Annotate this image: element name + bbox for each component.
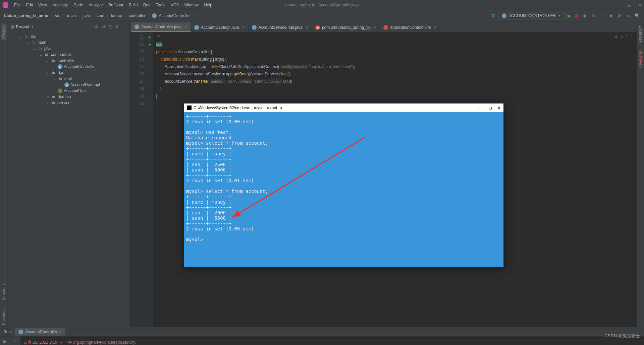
project-tree[interactable]: ⌄🗀src⌄🗀main⌄🗀java⌄🖿com.taotao⌄🖿controlle…	[7, 32, 129, 327]
run-toolbar-secondary: ↑ ↓ ⇩ 🖶 🗑	[10, 337, 20, 345]
project-panel: ▣ Project ▼ ⊕ ⇉ ⇶ ⚙ — ⌄🗀src⌄🗀main⌄🗀java⌄…	[7, 21, 130, 327]
chevron-down-icon: ▼	[558, 14, 561, 17]
rerun-icon[interactable]: ▶	[3, 339, 7, 344]
editor-tab[interactable]: AccountDaoImpl.java×	[191, 23, 248, 32]
run-toolbar-primary: ▶ ■ ↻ 📷 ▤ ≡ ↗	[0, 337, 10, 345]
crumb[interactable]: src	[55, 13, 60, 18]
menu-code[interactable]: Code	[71, 3, 86, 7]
editor-tab[interactable]: mpom.xml (taotao_spring_tx)×	[312, 23, 380, 32]
crumb[interactable]: AccountController	[159, 13, 191, 18]
app-icon	[3, 2, 8, 8]
run-tab-label: AccountController	[25, 330, 57, 334]
editor-tab[interactable]: AccountController.java×	[131, 22, 191, 32]
maximize-icon[interactable]: ◻	[628, 3, 631, 7]
run-config-label: ACCOUNTCONTROLLER	[508, 13, 556, 18]
expand-icon[interactable]: ⇉	[102, 24, 105, 29]
minimize-icon[interactable]: —	[479, 106, 483, 110]
crumb-project[interactable]: taotao_spring_tx_anno	[4, 13, 48, 18]
sidebar-tab-database[interactable]: Database	[638, 23, 643, 45]
editor-tabs: AccountController.java×AccountDaoImpl.ja…	[130, 21, 637, 32]
sidebar-tab-structure[interactable]: Structure	[1, 282, 6, 302]
menu-refactor[interactable]: Refactor	[106, 3, 126, 7]
gutter-icons: ▶▶	[147, 32, 153, 327]
crumb[interactable]: com	[97, 13, 104, 18]
editor-inspections[interactable]: ⚠ 1 ˄ ˅	[614, 34, 633, 39]
breadcrumb: taotao_spring_tx_anno› src› main› java› …	[4, 13, 196, 18]
editor-tab[interactable]: AccountServiceImpl.java×	[249, 23, 312, 32]
settings-icon[interactable]: ⚙	[115, 24, 119, 29]
select-opened-icon[interactable]: ⊕	[95, 24, 98, 29]
tree-item[interactable]: ⌄🗀java	[7, 46, 129, 52]
ide-icon[interactable]: ▭	[625, 13, 631, 18]
project-icon: ▣	[11, 24, 14, 29]
cmd-title-text: C:\Windows\System32\cmd.exe - mysql -u r…	[194, 106, 282, 110]
watermark: CSDN @鬼鬼骑士	[604, 333, 640, 339]
sidebar-tab-project[interactable]: Project	[1, 23, 6, 40]
chevron-down-icon[interactable]: ˅	[631, 34, 633, 39]
project-panel-header: ▣ Project ▼ ⊕ ⇉ ⇶ ⚙ —	[7, 21, 129, 32]
close-icon[interactable]: ✕	[497, 106, 501, 110]
profiler-icon[interactable]: ⊙	[590, 13, 596, 18]
debug-icon[interactable]: 🐞	[574, 13, 579, 18]
collapse-icon[interactable]: ⇶	[108, 24, 112, 29]
minimize-icon[interactable]: —	[617, 3, 621, 7]
cmd-window[interactable]: C:\Windows\System32\cmd.exe - mysql -u r…	[184, 103, 504, 267]
menu-build[interactable]: Build	[126, 3, 141, 7]
tree-item[interactable]: ⌄🖿controller	[7, 58, 129, 64]
line-gutter: 11121314151617181920	[130, 32, 147, 327]
crumb[interactable]: java	[83, 13, 90, 18]
warning-count: 1	[621, 34, 623, 39]
maximize-icon[interactable]: ◻	[489, 106, 492, 110]
right-sidebar: Database m Maven	[637, 21, 644, 327]
menu-help[interactable]: Help	[201, 3, 215, 7]
tree-item[interactable]: >🖿domain	[7, 94, 129, 100]
chevron-up-icon[interactable]: ˄	[626, 34, 628, 39]
menu-window[interactable]: Window	[181, 3, 201, 7]
tree-item[interactable]: ⌄🖿service	[7, 100, 129, 106]
project-panel-title: Project	[16, 24, 30, 29]
search-icon[interactable]: 🔍	[634, 13, 640, 18]
build-icon[interactable]: ⚒	[491, 12, 495, 19]
close-icon[interactable]: ×	[59, 330, 62, 334]
hide-icon[interactable]: —	[122, 24, 126, 29]
menu-analyze[interactable]: Analyze	[86, 3, 106, 7]
editor-tab[interactable]: applicationContext.xml×	[380, 23, 440, 32]
tree-item[interactable]: CAccountDaoImpl	[7, 82, 129, 88]
menu-view[interactable]: View	[36, 3, 50, 7]
class-icon	[502, 13, 506, 18]
tree-item[interactable]: ⌄🖿com.taotao	[7, 52, 129, 58]
up-icon[interactable]: ↑	[14, 339, 16, 343]
sidebar-tab-maven[interactable]: m Maven	[638, 49, 643, 70]
menu-tools[interactable]: Tools	[153, 3, 168, 7]
menu-edit[interactable]: Edit	[23, 3, 36, 7]
tree-item[interactable]: ⌄🗀src	[7, 33, 129, 40]
cmd-titlebar[interactable]: C:\Windows\System32\cmd.exe - mysql -u r…	[184, 104, 503, 112]
tree-item[interactable]: ⌄🖿impl	[7, 76, 129, 82]
window-title: taotao_spring_tx - AccountController.jav…	[285, 3, 359, 7]
close-icon[interactable]: ✕	[638, 3, 641, 7]
tree-item[interactable]: ⌄🗀main	[7, 40, 129, 46]
menu-file[interactable]: FFileile	[11, 3, 23, 7]
tree-item[interactable]: CAccountController	[7, 64, 129, 70]
coverage-icon[interactable]: ◉	[582, 13, 588, 18]
sidebar-tab-favorites[interactable]: Favorites	[1, 306, 6, 327]
menu-vcs[interactable]: VCS	[168, 3, 182, 7]
crumb[interactable]: main	[67, 13, 76, 18]
class-icon	[152, 13, 157, 18]
tree-item[interactable]: IAccountDao	[7, 88, 129, 94]
vcs-icon[interactable]: ⟳	[616, 13, 623, 18]
run-config-dropdown[interactable]: ACCOUNTCONTROLLER ▼	[498, 12, 565, 19]
console-output[interactable]: 四月 26, 2022 9:18:47 下午 org.springframewo…	[20, 337, 644, 345]
crumb[interactable]: controller	[129, 13, 145, 18]
toolbar: taotao_spring_tx_anno› src› main› java› …	[0, 10, 644, 21]
cmd-output[interactable]: +------+-------+ 2 rows in set (0.00 sec…	[184, 112, 503, 267]
stop-icon[interactable]: ■	[608, 13, 614, 18]
run-tab[interactable]: AccountController ×	[15, 328, 65, 336]
class-icon	[18, 330, 23, 334]
run-icon[interactable]: ▶	[568, 13, 571, 18]
tree-item[interactable]: ⌄🖿dao	[7, 70, 129, 76]
menu-navigate[interactable]: Navigate	[50, 3, 71, 7]
menu-run[interactable]: Run	[141, 3, 153, 7]
crumb[interactable]: taotao	[111, 13, 122, 18]
attach-icon[interactable]: ⋮	[599, 13, 605, 18]
